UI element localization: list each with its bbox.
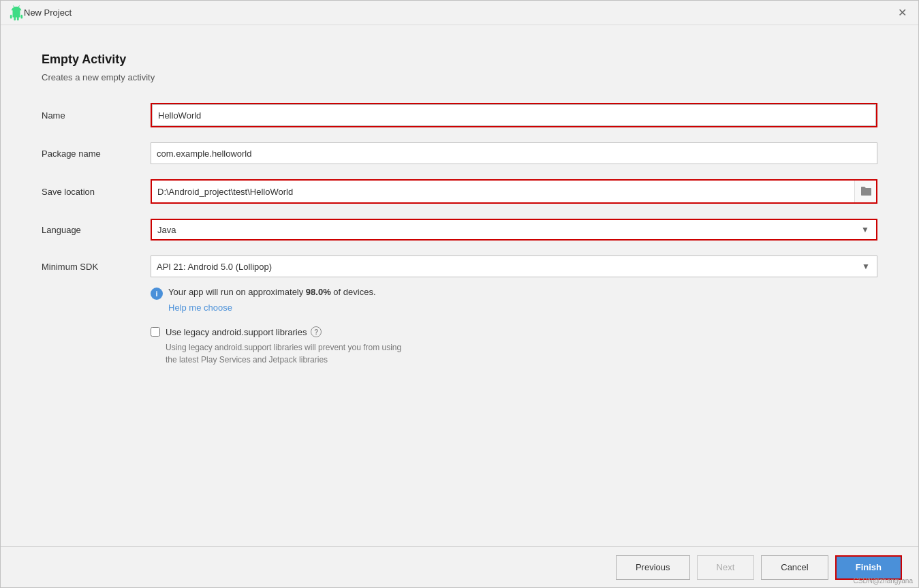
package-input[interactable] [151, 142, 877, 164]
help-me-choose-link[interactable]: Help me choose [168, 303, 232, 313]
info-text-suffix: of devices. [331, 287, 376, 297]
info-percentage: 98.0% [306, 287, 331, 297]
subtitle: Creates a new empty activity [42, 72, 877, 82]
legacy-checkbox-row: Use legacy android.support libraries ? [151, 326, 877, 337]
title-bar: New Project ✕ [1, 1, 918, 25]
next-button: Next [697, 555, 755, 580]
name-input[interactable] [152, 104, 876, 126]
name-field-wrapper [151, 103, 877, 127]
info-text: Your app will run on approximately 98.0%… [168, 287, 376, 297]
legacy-checkbox[interactable] [151, 327, 160, 337]
save-location-input[interactable] [152, 181, 854, 202]
min-sdk-label: Minimum SDK [42, 262, 151, 272]
folder-browse-button[interactable] [854, 181, 876, 202]
save-location-label: Save location [42, 187, 151, 197]
info-section: i Your app will run on approximately 98.… [151, 287, 877, 313]
name-row: Name [42, 103, 877, 127]
min-sdk-select[interactable]: API 16: Android 4.1 (Jelly Bean) API 17:… [151, 256, 855, 277]
name-input-border [151, 103, 877, 127]
new-project-window: New Project ✕ Empty Activity Creates a n… [0, 0, 919, 588]
save-location-border [151, 179, 877, 204]
save-location-row: Save location [42, 179, 877, 204]
name-label: Name [42, 110, 151, 121]
language-field-wrapper: Java Kotlin ▼ [151, 219, 877, 241]
package-field-wrapper [151, 142, 877, 164]
finish-button[interactable]: Finish [835, 555, 902, 580]
legacy-checkbox-label: Use legacy android.support libraries [166, 327, 307, 337]
checkbox-section: Use legacy android.support libraries ? U… [151, 326, 877, 366]
language-select-border: Java Kotlin ▼ [151, 219, 877, 241]
language-select[interactable]: Java Kotlin [152, 220, 854, 239]
window-title: New Project [24, 7, 894, 18]
cancel-button[interactable]: Cancel [761, 555, 828, 580]
min-sdk-dropdown-arrow: ▼ [855, 256, 877, 277]
section-title: Empty Activity [42, 52, 877, 67]
main-content: Empty Activity Creates a new empty activ… [1, 25, 918, 546]
previous-button[interactable]: Previous [616, 555, 690, 580]
checkbox-desc-line1: Using legacy android.support libraries w… [166, 343, 401, 352]
language-label: Language [42, 225, 151, 235]
checkbox-desc-line2: the latest Play Services and Jetpack lib… [166, 355, 328, 365]
min-sdk-field-wrapper: API 16: Android 4.1 (Jelly Bean) API 17:… [151, 256, 877, 277]
info-icon: i [151, 288, 163, 300]
min-sdk-row: Minimum SDK API 16: Android 4.1 (Jelly B… [42, 256, 877, 277]
package-row: Package name [42, 142, 877, 164]
language-dropdown-arrow: ▼ [854, 219, 876, 241]
language-row: Language Java Kotlin ▼ [42, 219, 877, 241]
watermark: CSDN@zhangyana [854, 577, 913, 585]
save-location-field-wrapper [151, 179, 877, 204]
info-row: i Your app will run on approximately 98.… [151, 287, 877, 300]
package-label: Package name [42, 149, 151, 159]
footer: Previous Next Cancel Finish [1, 546, 918, 587]
android-icon [9, 5, 24, 20]
min-sdk-select-wrapper: API 16: Android 4.1 (Jelly Bean) API 17:… [151, 256, 877, 277]
checkbox-description: Using legacy android.support libraries w… [166, 341, 877, 366]
close-button[interactable]: ✕ [894, 5, 910, 21]
info-text-prefix: Your app will run on approximately [168, 287, 306, 297]
checkbox-help-icon[interactable]: ? [311, 326, 322, 337]
